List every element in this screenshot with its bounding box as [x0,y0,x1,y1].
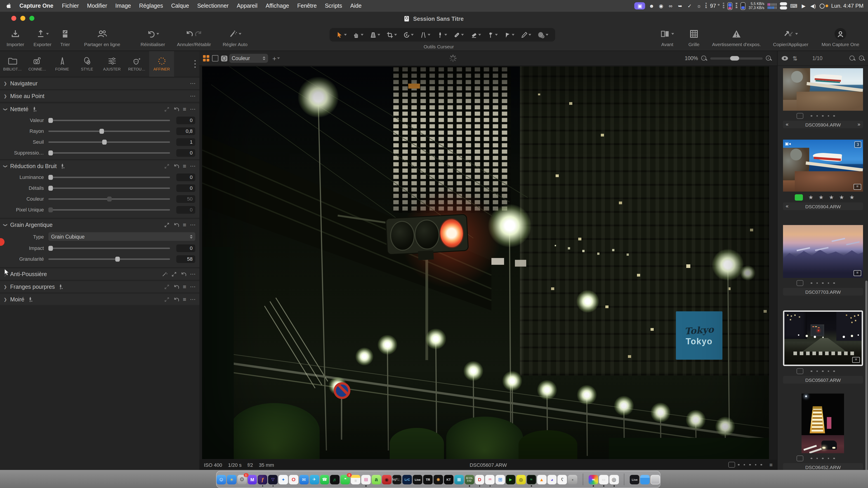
brush-icon[interactable] [32,106,37,112]
slider-value[interactable]: 0,8 [176,127,195,135]
proof-view-icon[interactable] [221,55,227,61]
dock-item[interactable]: Live [413,475,423,484]
thumb-menu-icon[interactable]: ≡ [854,184,861,190]
menu-item[interactable]: Réglages [135,3,167,9]
dock-item[interactable]: KT [444,475,454,484]
menu-item[interactable]: Appareil [232,3,261,9]
select-checkbox[interactable] [728,462,735,468]
tab-ajuster[interactable]: AJUSTER [99,51,124,77]
dock-item[interactable]: ⚙ 1 [237,475,247,484]
folder-sync-icon[interactable]: ➥ [677,3,683,9]
dock-icon[interactable]: ▤ [361,475,371,484]
dock-icon[interactable] [651,475,660,484]
presets-icon[interactable]: ≡ [183,296,186,303]
dock-icon[interactable]: ✈ [310,475,319,484]
chevron-right-icon[interactable]: ❯ [4,94,7,98]
dock-item[interactable]: ✈ [310,475,319,484]
dock-icon[interactable]: TR [423,475,433,484]
add-view-button[interactable]: + [272,55,280,62]
multi-view-icon[interactable] [203,55,209,61]
dock-icon[interactable]: ◎ [516,475,526,484]
slider-value[interactable]: 0 [176,206,195,214]
reset-icon[interactable] [174,106,179,112]
more-icon[interactable]: ⋯ [190,283,196,290]
erase-tool[interactable] [470,31,481,38]
more-icon[interactable]: ⋯ [190,271,196,278]
rating-dots[interactable] [811,115,835,117]
more-icon[interactable]: ⋯ [190,106,196,112]
color-tag-green[interactable] [795,194,803,200]
slider-track[interactable] [49,209,170,210]
thumb-name-pill[interactable]: « DSC05904.ARW [783,202,863,210]
single-view-icon[interactable] [212,55,218,61]
dock-icon[interactable]: ƒ [258,475,268,484]
thumb-name-pill[interactable]: « DSC05904.ARW » [783,121,863,128]
menu-item[interactable]: Affichage [261,3,293,9]
tab-overflow-button[interactable] [194,51,199,77]
dock-icon[interactable]: ▲ [537,475,546,484]
dock-item[interactable]: ∞ [589,475,598,484]
dock-icon[interactable]: ✉ [299,475,309,484]
dock-item[interactable]: O [289,475,298,484]
flag-tool[interactable] [504,31,514,38]
dock-item[interactable]: ● [568,475,577,484]
menu-item[interactable]: Selectionner [193,3,232,9]
slider-track[interactable] [49,152,170,153]
slider-handle[interactable] [49,118,53,123]
dock-icon[interactable]: ▶ [506,475,515,484]
dock-item[interactable]: ☺ [217,475,226,484]
thumb-name-pill[interactable]: DSC06452.ARW [783,463,863,471]
dock-icon[interactable]: O [289,475,298,484]
dock-icon[interactable] [640,475,650,484]
list-icon[interactable]: ≡ [770,462,773,468]
reset-icon[interactable] [174,163,179,169]
before-after-button[interactable]: Avant [653,27,681,47]
dock-icon[interactable]: ʕ [558,475,567,484]
dock-icon[interactable]: ◉ [382,475,392,484]
dock-icon[interactable]: Live [630,475,640,484]
slider-handle[interactable] [49,150,53,155]
thumb-menu-icon[interactable]: ≡ [854,270,861,276]
reset-button[interactable]: Réinitialiser [135,27,170,47]
dock-item[interactable] [578,475,588,484]
cpu-meter[interactable] [727,2,733,10]
slider-handle[interactable] [49,175,53,180]
brush-icon[interactable] [28,296,33,302]
menu-item[interactable]: Aide [346,3,366,9]
slider-value[interactable]: 0 [176,173,195,181]
brush-icon[interactable] [60,163,65,169]
mem-meter[interactable] [741,2,745,10]
prev-icon[interactable]: « [786,121,788,127]
slider-track[interactable] [49,258,170,260]
thumbnail-image[interactable] [783,68,863,111]
dock-item[interactable] [620,475,629,484]
dock-icon[interactable]: ≈ [527,475,536,484]
dock-item[interactable]: ◎ [609,475,619,484]
presets-icon[interactable]: ≡ [183,106,186,112]
apple-menu[interactable] [0,2,15,9]
dock-item[interactable]: 82.5% 0:42 [465,475,474,484]
reset-icon[interactable] [174,284,179,290]
zoom-level[interactable]: 100% [685,56,698,61]
menu-item[interactable]: Scripts [321,3,346,9]
vignette-tool[interactable] [537,31,548,38]
browser-item[interactable]: « DSC05904.ARW » [783,68,863,128]
thumbnail-image[interactable]: ≡ [783,311,863,366]
dock-icon[interactable]: 82.5% 0:42 [465,475,474,484]
browser-scrollbar[interactable] [865,281,868,475]
menu-item[interactable]: Fenêtre [293,3,321,9]
dock-item[interactable]: ≈ [527,475,536,484]
presets-icon[interactable]: ≡ [183,283,186,290]
tab-style[interactable]: STYLE [74,51,99,77]
toggles-icon[interactable] [780,2,787,9]
dock-icon[interactable]: ≡ [351,475,360,484]
slider-track[interactable] [49,141,170,142]
slider-handle[interactable] [49,207,53,212]
prev-icon[interactable]: « [786,203,788,208]
more-icon[interactable]: ⋯ [190,93,196,99]
copy-apply-button[interactable]: Copier/Appliquer [769,27,813,47]
chevron-right-icon[interactable]: ❯ [4,285,7,289]
dock-item[interactable]: ☀ [227,475,237,484]
dock-item[interactable]: a [372,475,381,484]
browser-item[interactable]: ▣◂ 3 ≡ ★ ★ ★ ★ ★ « DSC05904.ARW [783,140,863,210]
